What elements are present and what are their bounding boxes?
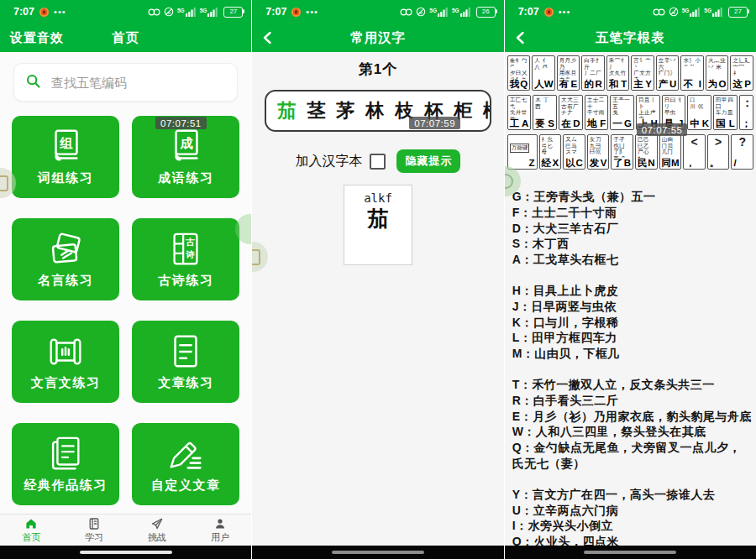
key-radicals: 言讠亠丶 广文方 圭 — [633, 57, 652, 79]
key-radicals: 立辛丷六 疒门冫 — [659, 57, 677, 76]
practice-button-label: 成语练习 — [158, 170, 213, 186]
wubi-code: alkf — [344, 191, 412, 205]
pencil-icon — [166, 435, 205, 473]
home-indicator[interactable] — [80, 551, 172, 554]
key-caption: 以C — [565, 158, 583, 168]
practice-button-label: 文言文练习 — [31, 375, 101, 391]
add-to-book-checkbox[interactable] — [370, 154, 386, 170]
key-Q: 金钅勹⺈ 夕臼㐅 儿犭夂我Q — [507, 55, 531, 91]
back-icon[interactable] — [512, 29, 529, 46]
classic-icon — [46, 435, 85, 473]
key-radicals: 子孑也凵 了阝耳卩 — [613, 136, 631, 158]
study-icon — [87, 517, 101, 530]
key-letter: I — [699, 79, 701, 89]
key-char: 的 — [584, 79, 594, 89]
key-caption: 为O — [708, 79, 727, 89]
key-radicals: 王龶一五 戋 — [612, 97, 632, 116]
key-caption: 人W — [534, 79, 553, 89]
recorder-icon — [291, 8, 301, 17]
status-time: 7:07 — [13, 6, 34, 18]
key-char: 要 — [535, 118, 545, 128]
key-char: 发 — [590, 158, 600, 168]
current-character: 茄 — [277, 98, 296, 123]
practice-button-article[interactable]: 文章练习 — [132, 321, 239, 403]
bottom-tabbar: 首页学习挑战用户 — [0, 514, 251, 546]
header: 五笔字根表 — [505, 24, 756, 52]
key-char: 为 — [708, 79, 718, 89]
key-L: 田甲四囗 车力皿国L — [713, 95, 738, 130]
hide-hint-button[interactable]: 隐藏提示 — [396, 149, 460, 173]
key-letter: R — [595, 79, 601, 89]
chars-body: 第1个 茄茎茅林枝杯柜松 加入汉字本 隐藏提示 alkf 茄 — [252, 52, 503, 559]
sound-settings-button[interactable]: 设置音效 — [10, 24, 64, 52]
page-title: 五笔字根表 — [505, 24, 756, 52]
gesture-bar — [252, 546, 503, 559]
tab-user[interactable]: 用户 — [188, 517, 251, 544]
status-bar: 7:07 ••• 5G5G26 — [252, 0, 503, 24]
link-icon — [400, 8, 412, 17]
practice-button-scroll[interactable]: 文言文练习 — [12, 321, 119, 403]
mnemonic-line: L：田甲方框四车力 — [512, 330, 753, 346]
home-indicator[interactable] — [584, 551, 676, 554]
floating-widget-icon — [505, 174, 513, 189]
home-indicator[interactable] — [332, 551, 424, 554]
mnemonic-group: T：禾竹一撇双人立，反文条头共三一R：白手看头三二斤E：月彡（衫）乃用家衣底，豹… — [512, 377, 753, 472]
key-letter: T — [621, 79, 627, 89]
screen-home: 7:07 ••• 5G5G27 设置音效 首页 组词组练习成成语练习名言练习古诗… — [0, 0, 251, 559]
tab-challenge[interactable]: 挑战 — [126, 517, 189, 544]
hint-character: 茄 — [344, 205, 412, 232]
practice-button-poem[interactable]: 古诗古诗练习 — [132, 218, 239, 300]
svg-text:诗: 诗 — [186, 249, 195, 259]
key-letter: V — [601, 158, 607, 168]
mnemonic-line: D：大犬三羊古石厂 — [512, 221, 753, 237]
tab-label: 用户 — [211, 531, 229, 544]
key-letter: X — [552, 158, 559, 168]
floating-widget-icon — [0, 175, 8, 191]
key-char: 我 — [510, 79, 520, 89]
key-letter: F — [600, 118, 606, 128]
key-char: 有 — [559, 79, 570, 89]
practice-button-label: 古诗练习 — [158, 273, 213, 289]
key-caption: 在D — [561, 118, 580, 128]
keyboard-row-1: 金钅勹⺈ 夕臼㐅 儿犭夂我Q人 亻 八 癶人W月丹彡乃 用豕⺝ 衣舟有E白手扌斤… — [507, 55, 753, 91]
key-radicals: 白手扌斤 丿二厂 — [584, 57, 602, 76]
search-box[interactable] — [13, 63, 238, 102]
practice-button-pencil[interactable]: 自定义文章 — [132, 423, 239, 505]
practice-button-cards[interactable]: 名言练习 — [12, 218, 119, 300]
back-icon[interactable] — [260, 29, 276, 46]
key-radicals: 人 亻 八 癶 — [534, 57, 553, 70]
signal-icon-2: 5G — [704, 8, 723, 17]
key-caption: 的R — [584, 79, 602, 89]
key-Z: 万能键Z — [507, 134, 538, 170]
mnemonic-line: M：山由贝，下框几 — [512, 346, 753, 362]
overlay-timestamp: 07:07:51 — [155, 117, 207, 129]
key-C: 又厶巴马 スマ以C — [563, 134, 585, 170]
key-caption: 经X — [542, 158, 559, 168]
tab-study[interactable]: 学习 — [63, 517, 126, 544]
key-radicals: 山由门贝 几冂 — [662, 136, 680, 155]
key-T: 禾⺮彳丿 攵夂竹和T — [606, 55, 630, 91]
key-caption: 发V — [590, 158, 607, 168]
key-caption: 产U — [659, 79, 677, 89]
book-cheng-icon: 成 — [166, 128, 205, 166]
radical-body: 金钅勹⺈ 夕臼㐅 儿犭夂我Q人 亻 八 癶人W月丹彡乃 用豕⺝ 衣舟有E白手扌斤… — [505, 52, 756, 559]
practice-button-classic[interactable]: 经典作品练习 — [12, 423, 119, 505]
key-G: 王龶一五 戋一G — [610, 95, 634, 130]
screen-radical-table: 7:07 ••• 5G5G27 五笔字根表 金钅勹⺈ 夕臼㐅 儿犭夂我Q人 亻 … — [505, 0, 756, 559]
key-char: 不 — [683, 79, 693, 89]
tab-home[interactable]: 首页 — [0, 517, 63, 544]
key-letter: M — [671, 158, 680, 168]
practice-button-book-zu[interactable]: 组词组练习 — [12, 116, 119, 198]
mnemonic-line: W：人和八三四里，祭头登头在其底 — [512, 424, 753, 440]
key-letter: S — [548, 118, 554, 128]
tab-label: 首页 — [22, 531, 40, 544]
key-letter: W — [544, 79, 554, 89]
keyboard-row-3: 万能键Z纟幺弓匕 母经X又厶巴马 スマ以C女刀九彐 臼巛发V子孑也凵 了阝耳卩了… — [507, 134, 753, 170]
key-B: 子孑也凵 了阝耳卩了B — [611, 134, 633, 170]
tab-label: 学习 — [85, 531, 103, 544]
search-input[interactable] — [50, 75, 226, 91]
key-letter: C — [575, 158, 582, 168]
key-P: 之辶廴 宀冖 礻这P — [730, 55, 753, 91]
character: 林 — [365, 98, 384, 123]
key-char: ， — [685, 158, 696, 168]
